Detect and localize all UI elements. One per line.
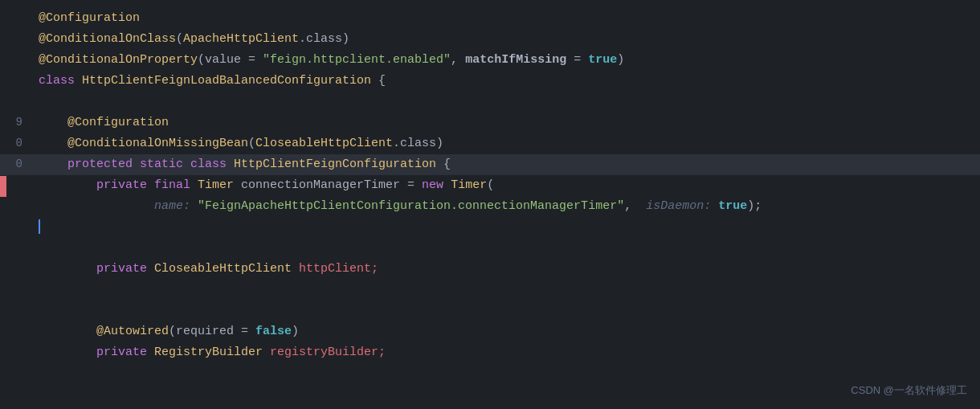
code-line-5: [0, 92, 980, 112]
code-line-10: name: "FeignApacheHttpClientConfiguratio…: [0, 196, 980, 217]
code-line-4: class HttpClientFeignLoadBalancedConfigu…: [0, 71, 980, 92]
code-line-7: 0 @ConditionalOnMissingBean(CloseableHtt…: [0, 133, 980, 154]
code-line-11: [0, 217, 980, 238]
line-number-6: 9: [0, 113, 32, 131]
code-line-9: private final Timer connectionManagerTim…: [0, 175, 980, 196]
line-number-7: 0: [0, 134, 32, 152]
line-content-15: [32, 301, 980, 321]
line-content-9: private final Timer connectionManagerTim…: [32, 176, 980, 195]
line-content-1: @Configuration: [32, 9, 980, 28]
code-line-15: [0, 301, 980, 321]
text-cursor: [39, 219, 40, 234]
code-line-6: 9 @Configuration: [0, 112, 980, 133]
code-line-16: @Autowired(required = false): [0, 321, 980, 342]
line-content-8: protected static class HttpClientFeignCo…: [32, 155, 980, 174]
code-line-13: private CloseableHttpClient httpClient;: [0, 259, 980, 280]
line-content-2: @ConditionalOnClass(ApacheHttpClient.cla…: [32, 30, 980, 49]
line-content-14: [32, 280, 980, 300]
line-content-4: class HttpClientFeignLoadBalancedConfigu…: [32, 72, 980, 91]
code-line-14: [0, 280, 980, 301]
line-content-3: @ConditionalOnProperty(value = "feign.ht…: [32, 51, 980, 70]
code-line-2: @ConditionalOnClass(ApacheHttpClient.cla…: [0, 29, 980, 50]
line-content-10: name: "FeignApacheHttpClientConfiguratio…: [32, 197, 980, 216]
line-content-13: private CloseableHttpClient httpClient;: [32, 260, 980, 279]
line-content-17: private RegistryBuilder registryBuilder;: [32, 343, 980, 362]
code-line-8: 0 protected static class HttpClientFeign…: [0, 154, 980, 175]
code-line-12: [0, 238, 980, 259]
line-content-11: [32, 218, 980, 237]
watermark: CSDN @一名软件修理工: [851, 382, 967, 399]
code-line-1: @Configuration: [0, 8, 980, 29]
line-content-12: [32, 239, 980, 258]
line-content-7: @ConditionalOnMissingBean(CloseableHttpC…: [32, 134, 980, 153]
code-line-17: private RegistryBuilder registryBuilder;: [0, 342, 980, 363]
code-line-3: @ConditionalOnProperty(value = "feign.ht…: [0, 50, 980, 71]
line-content-16: @Autowired(required = false): [32, 322, 980, 342]
line-content-5: [32, 92, 980, 112]
code-editor: @Configuration @ConditionalOnClass(Apach…: [0, 0, 980, 409]
line-number-8: 0: [0, 155, 32, 173]
annotation: @Configuration: [39, 11, 140, 25]
line-content-6: @Configuration: [32, 113, 980, 133]
gutter-mark: [0, 176, 6, 197]
